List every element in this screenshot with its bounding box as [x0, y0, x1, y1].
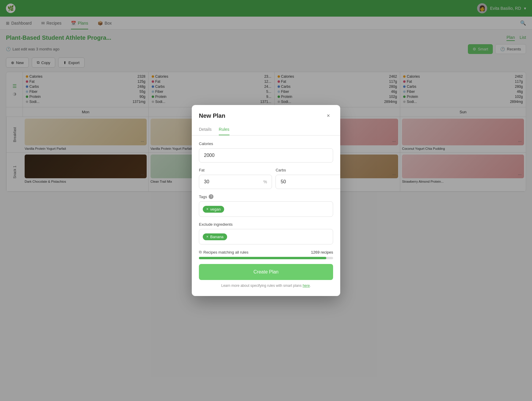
fat-pct: %: [263, 179, 267, 184]
modal-header: New Plan ×: [192, 105, 340, 120]
tags-group: Tags ? × vegan: [199, 194, 333, 217]
tags-input-area[interactable]: × vegan: [199, 201, 333, 217]
modal-title: New Plan: [199, 112, 225, 119]
remove-vegan-tag[interactable]: ×: [206, 207, 208, 211]
recipes-count: 1269 recipes: [311, 250, 333, 254]
modal-close-button[interactable]: ×: [324, 111, 333, 120]
tab-details[interactable]: Details: [199, 124, 212, 135]
tag-label-vegan: vegan: [210, 207, 221, 211]
fat-group: Fat %: [199, 168, 272, 189]
carbs-input[interactable]: [281, 179, 340, 184]
calories-label: Calories: [199, 141, 333, 146]
remove-banana-tag[interactable]: ×: [206, 235, 208, 239]
modal-footer-note: Learn more about specifying rules with s…: [199, 284, 333, 290]
tag-label-banana: Banana: [210, 235, 224, 239]
tags-label: Tags ?: [199, 194, 333, 199]
tag-chip-banana: × Banana: [203, 233, 227, 240]
carbs-input-wrap: %: [276, 175, 340, 189]
carbs-label: Carbs: [276, 168, 340, 172]
new-plan-modal: New Plan × Details Rules Calories Fat %: [192, 105, 340, 296]
exclude-group: Exclude ingredients × Banana: [199, 222, 333, 244]
filter-icon: ⧉: [199, 250, 202, 254]
exclude-input-area[interactable]: × Banana: [199, 229, 333, 244]
footer-link[interactable]: here: [303, 284, 310, 288]
exclude-label: Exclude ingredients: [199, 222, 333, 227]
fat-input-wrap: %: [199, 175, 272, 189]
progress-bar-fill: [199, 257, 326, 259]
fat-input[interactable]: [204, 179, 263, 184]
recipes-matching-label: Recipes matching all rules: [203, 250, 248, 254]
modal-tabs: Details Rules: [192, 124, 340, 136]
tab-rules[interactable]: Rules: [219, 124, 229, 135]
calories-input[interactable]: [199, 148, 333, 163]
create-plan-button[interactable]: Create Plan: [199, 264, 333, 280]
tag-chip-vegan: × vegan: [203, 206, 224, 213]
calories-group: Calories: [199, 141, 333, 163]
carbs-group: Carbs %: [276, 168, 340, 189]
modal-overlay: New Plan × Details Rules Calories Fat %: [0, 0, 532, 401]
modal-body: Calories Fat % Carbs %: [192, 136, 340, 296]
carbs-pct: %: [340, 179, 340, 184]
fat-label: Fat: [199, 168, 272, 172]
progress-bar: [199, 257, 333, 259]
recipes-matching-row: ⧉ Recipes matching all rules 1269 recipe…: [199, 250, 333, 254]
tags-help-icon[interactable]: ?: [209, 194, 213, 199]
macros-row: Fat % Carbs % Protein: [199, 168, 333, 189]
